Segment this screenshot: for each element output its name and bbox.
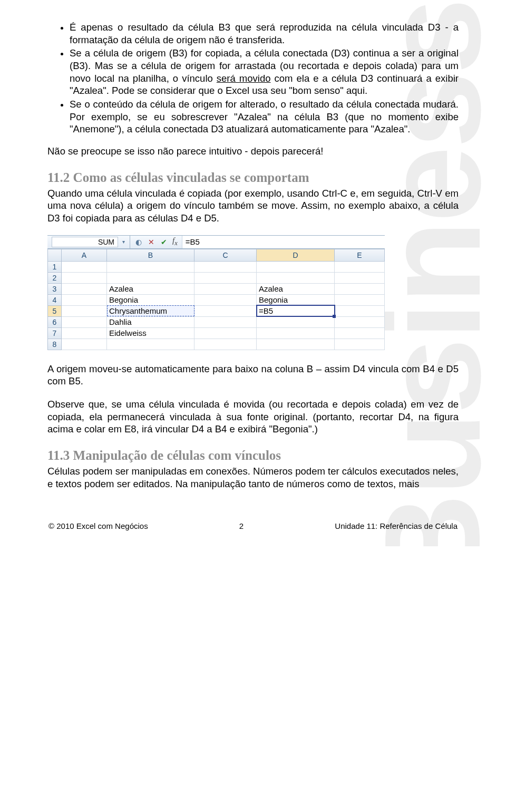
formula-bar[interactable]: =B5 [182, 236, 385, 248]
footer-left: © 2010 Excel com Negócios [48, 521, 148, 530]
cell[interactable] [62, 283, 107, 294]
name-box-dropdown-icon[interactable]: ▾ [119, 237, 128, 247]
cell[interactable] [62, 294, 107, 305]
cell[interactable] [194, 294, 257, 305]
row-header[interactable]: 5 [48, 305, 62, 316]
footer-center: 2 [239, 521, 244, 530]
cell[interactable] [335, 261, 385, 272]
paragraph: Células podem ser manipuladas em conexõe… [47, 465, 459, 490]
footer-right: Unidade 11: Referências de Célula [335, 521, 458, 530]
enter-icon[interactable]: ✔ [160, 236, 168, 248]
section-heading-113: 11.3 Manipulação de células com vínculos [47, 448, 459, 463]
cell[interactable] [335, 316, 385, 327]
cell[interactable] [62, 261, 107, 272]
col-header[interactable]: E [335, 249, 385, 261]
name-box-wrap: SUM ▾ [47, 236, 130, 248]
bullet-item: Se o conteúdo da célula de origem for al… [70, 98, 459, 136]
select-all-corner[interactable] [48, 249, 62, 261]
cell[interactable] [107, 339, 194, 350]
cell[interactable] [194, 316, 257, 327]
section-heading-112: 11.2 Como as células vinculadas se compo… [47, 170, 459, 185]
cell[interactable] [107, 261, 194, 272]
cell[interactable] [194, 283, 257, 294]
cell[interactable] [335, 294, 385, 305]
fx-dropdown-icon[interactable]: ◐ [134, 236, 143, 248]
cell[interactable]: Eidelweiss [107, 327, 194, 339]
cell[interactable] [107, 272, 194, 283]
cell[interactable]: Begonia [257, 294, 335, 305]
row-header[interactable]: 2 [48, 272, 62, 283]
cell[interactable] [257, 261, 335, 272]
cell-referenced[interactable]: Chrysanthemum [107, 305, 194, 316]
row-header[interactable]: 6 [48, 316, 62, 327]
page-content: É apenas o resultado da célula B3 que se… [0, 0, 506, 546]
cell[interactable] [62, 272, 107, 283]
paragraph: Quando uma célula vinculada é copiada (p… [47, 187, 459, 225]
paragraph: Não se preocupe se isso não parece intui… [47, 145, 459, 158]
column-header-row: A B C D E [48, 249, 385, 261]
name-box[interactable]: SUM [52, 237, 118, 247]
row-header[interactable]: 4 [48, 294, 62, 305]
cell[interactable] [257, 327, 335, 339]
col-header[interactable]: D [257, 249, 335, 261]
cell[interactable] [335, 305, 385, 316]
cell[interactable] [194, 327, 257, 339]
row-header[interactable]: 8 [48, 339, 62, 350]
bullet-item: É apenas o resultado da célula B3 que se… [70, 21, 459, 46]
spreadsheet-grid: A B C D E 1 2 3AzaleaAzalea 4BegoniaBego… [47, 249, 385, 350]
row-header[interactable]: 7 [48, 327, 62, 339]
cell[interactable] [335, 283, 385, 294]
cell[interactable] [194, 305, 257, 316]
page-footer: © 2010 Excel com Negócios 2 Unidade 11: … [47, 521, 459, 530]
col-header[interactable]: A [62, 249, 107, 261]
cell[interactable] [194, 261, 257, 272]
cell[interactable] [335, 327, 385, 339]
excel-screenshot: SUM ▾ ◐ ✕ ✔ fx =B5 A B C D E 1 [47, 235, 385, 350]
formula-buttons: ◐ ✕ ✔ fx [130, 236, 182, 248]
bullet-text: Se o conteúdo da célula de origem for al… [70, 99, 459, 134]
cell[interactable]: Begonia [107, 294, 194, 305]
cell[interactable] [335, 272, 385, 283]
bullet-underline: será movido [217, 73, 271, 84]
cell[interactable] [62, 339, 107, 350]
paragraph: Observe que, se uma célula vinculada é m… [47, 398, 459, 436]
cell[interactable] [257, 339, 335, 350]
bullet-text: É apenas o resultado da célula B3 que se… [70, 22, 459, 45]
excel-header-bar: SUM ▾ ◐ ✕ ✔ fx =B5 [47, 235, 385, 249]
cell[interactable] [62, 327, 107, 339]
cell[interactable] [194, 339, 257, 350]
row-header[interactable]: 3 [48, 283, 62, 294]
cell[interactable]: Azalea [257, 283, 335, 294]
paragraph: A origem moveu-se automaticamente para b… [47, 363, 459, 388]
fx-icon[interactable]: fx [172, 236, 178, 247]
bullet-list: É apenas o resultado da célula B3 que se… [47, 21, 459, 136]
cell[interactable] [257, 272, 335, 283]
col-header[interactable]: B [107, 249, 194, 261]
cell[interactable] [335, 339, 385, 350]
row-header[interactable]: 1 [48, 261, 62, 272]
cell[interactable] [62, 316, 107, 327]
cell[interactable]: Azalea [107, 283, 194, 294]
cancel-icon[interactable]: ✕ [147, 236, 155, 248]
col-header[interactable]: C [194, 249, 257, 261]
cell-active[interactable]: =B5 [257, 305, 335, 316]
cell[interactable] [62, 305, 107, 316]
cell[interactable] [194, 272, 257, 283]
bullet-item: Se a célula de origem (B3) for copiada, … [70, 47, 459, 97]
cell[interactable]: Dahlia [107, 316, 194, 327]
cell[interactable] [257, 316, 335, 327]
